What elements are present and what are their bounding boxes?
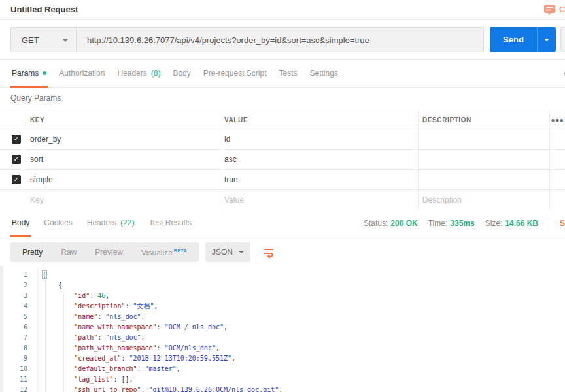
url-group: GET: [10, 27, 484, 52]
code-token: "name_with_namespace": [74, 323, 156, 331]
url-input[interactable]: [77, 28, 483, 52]
tab-label: Settings: [310, 69, 338, 78]
tab-body[interactable]: Body: [10, 210, 31, 237]
row-checkbox[interactable]: ✓: [12, 135, 21, 144]
checkbox-cell: ✓: [0, 150, 26, 169]
param-value-input[interactable]: Value: [220, 190, 419, 210]
code-token: :: [97, 334, 105, 341]
param-key-cell[interactable]: order_by: [26, 129, 220, 149]
code-line: 7 "path": "nls_doc",: [0, 333, 565, 343]
unsaved-dot-icon: [43, 71, 46, 75]
tab-tests[interactable]: Tests: [277, 60, 298, 88]
code-line: 8 "path_with_namespace": "OCM/nls_doc",: [0, 343, 565, 353]
format-select[interactable]: JSON: [205, 242, 250, 262]
save-response-link[interactable]: Save R: [560, 219, 565, 228]
tab-count-badge: (22): [120, 218, 134, 227]
wrap-text-button[interactable]: [259, 244, 279, 261]
cookies-link-wrap: Co: [559, 60, 565, 88]
code-token: ,: [279, 386, 282, 392]
row-actions-cell: [550, 190, 565, 210]
tab-label: Body: [173, 69, 190, 78]
response-body-viewer: 1[2 {3 "id": 46,4 "description": "文档",5 …: [0, 266, 565, 392]
code-token: /nls_doc: [180, 344, 212, 351]
code-line-content: "path": "nls_doc",: [43, 333, 145, 343]
line-number: 3: [0, 291, 27, 301]
params-rows: ✓order_byid✓sortasc✓simpletrueKeyValueDe…: [0, 129, 565, 210]
send-split-button: Send: [490, 27, 556, 52]
code-token: :: [113, 376, 121, 383]
code-line: 1[: [0, 270, 565, 280]
tab-body[interactable]: Body: [171, 60, 192, 88]
tab-params[interactable]: Params: [10, 60, 48, 88]
view-tab-pretty[interactable]: Pretty: [13, 248, 52, 257]
code-token: "2018-12-13T10:20:59.551Z": [129, 355, 231, 362]
param-row: ✓order_byid: [0, 129, 565, 150]
code-token: :: [90, 292, 97, 299]
comments-link[interactable]: Co: [559, 0, 565, 20]
row-checkbox[interactable]: ✓: [12, 155, 21, 164]
send-options-button[interactable]: [537, 27, 556, 52]
line-number: 6: [0, 322, 27, 333]
line-number: 10: [0, 364, 27, 374]
chevron-down-icon: [63, 39, 68, 42]
title-bar: Untitled Request Co: [0, 0, 565, 20]
code-line: 3 "id": 46,: [0, 291, 565, 301]
tab-test-results[interactable]: Test Results: [147, 210, 192, 237]
code-token: [: [43, 271, 46, 278]
code-token: ,: [105, 292, 109, 299]
tab-headers[interactable]: Headers(22): [86, 210, 136, 237]
method-label: GET: [22, 35, 39, 45]
postman-request-window: Untitled Request Co GET Send ParamsAutho…: [0, 0, 565, 392]
code-line-content: [: [43, 270, 46, 280]
comment-icon[interactable]: [543, 4, 556, 16]
meta-value: 14.66 KB: [505, 219, 538, 228]
code-token: ,: [177, 365, 180, 372]
params-table: KEY VALUE DESCRIPTION ●●● ✓order_byid✓so…: [0, 110, 565, 210]
tab-label: Test Results: [148, 218, 191, 227]
code-line-content: "ssh_url_to_repo": "git@10.139.6.26:OCM/…: [43, 385, 282, 392]
param-value-cell[interactable]: id: [220, 129, 419, 149]
view-tab-raw[interactable]: Raw: [52, 248, 86, 257]
view-tab-visualize[interactable]: VisualizeBETA: [132, 248, 196, 257]
code-token: "description": [74, 302, 125, 310]
more-options-icon[interactable]: ●●●: [550, 110, 565, 129]
code-token: "master": [145, 365, 177, 372]
param-description-cell[interactable]: [419, 129, 550, 149]
row-actions-cell: [550, 129, 565, 149]
code-token: "name": [74, 313, 97, 320]
code-line-content: "path_with_namespace": "OCM/nls_doc",: [43, 343, 220, 353]
response-view-bar: PrettyRawPreviewVisualizeBETA JSON: [0, 237, 565, 266]
param-key-cell[interactable]: simple: [26, 170, 220, 189]
param-description-cell[interactable]: [419, 150, 550, 169]
line-number: 11: [0, 374, 27, 385]
meta-size: Size:14.66 KB: [485, 219, 538, 228]
code-token: "path": [74, 334, 97, 341]
param-value-cell[interactable]: true: [220, 170, 419, 189]
param-description-input[interactable]: Description: [419, 190, 550, 210]
code-line-content: "tag_list": [],: [43, 374, 133, 385]
tab-authorization[interactable]: Authorization: [58, 60, 106, 88]
send-button[interactable]: Send: [490, 27, 537, 52]
line-number: 7: [0, 333, 27, 343]
col-header-value: VALUE: [220, 110, 419, 129]
tab-headers[interactable]: Headers(8): [116, 60, 162, 88]
col-header-key: KEY: [26, 110, 220, 129]
row-actions-cell: [550, 170, 565, 189]
param-key-input[interactable]: Key: [26, 190, 220, 210]
save-button-clipped[interactable]: [560, 27, 565, 52]
tab-pre-request-script[interactable]: Pre-request Script: [202, 60, 268, 88]
param-description-cell[interactable]: [419, 170, 550, 189]
meta-status: Status:200 OK: [364, 219, 418, 228]
params-header-row: KEY VALUE DESCRIPTION ●●●: [0, 110, 565, 129]
row-checkbox[interactable]: ✓: [12, 175, 21, 184]
meta-value: 200 OK: [390, 219, 417, 228]
method-select[interactable]: GET: [11, 28, 77, 52]
code-token: "OCM: [165, 344, 180, 351]
code-line-content: "description": "文档",: [43, 301, 158, 312]
param-key-cell[interactable]: sort: [26, 150, 220, 169]
tab-settings[interactable]: Settings: [309, 60, 339, 88]
view-tab-preview[interactable]: Preview: [86, 248, 132, 257]
tab-cookies[interactable]: Cookies: [43, 210, 73, 237]
param-value-cell[interactable]: asc: [220, 150, 419, 169]
wrap-text-icon: [262, 246, 275, 259]
